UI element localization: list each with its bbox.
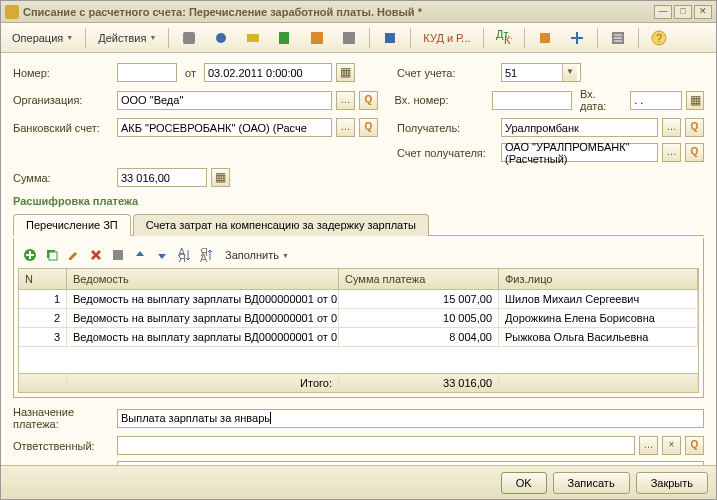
sort-desc-button[interactable]: ЯA xyxy=(196,245,216,265)
recipient-label: Получатель: xyxy=(397,122,497,134)
sum-calc-button[interactable]: ▦ xyxy=(211,168,230,187)
table-row[interactable]: 3 Ведомость на выплату зарплаты ВД000000… xyxy=(19,328,698,347)
footer: OK Записать Закрыть xyxy=(1,465,716,499)
account-dropdown-icon[interactable]: ▼ xyxy=(562,64,577,81)
responsible-pick-button[interactable]: … xyxy=(639,436,658,455)
content-area: Номер: от 03.02.2011 0:00:00 ▦ Счет учет… xyxy=(1,53,716,465)
org-label: Организация: xyxy=(13,94,113,106)
recipient-acc-label: Счет получателя: xyxy=(397,147,497,159)
text-cursor xyxy=(270,412,271,424)
vh-date-label: Вх. дата: xyxy=(580,88,622,112)
date-field[interactable]: 03.02.2011 0:00:00 xyxy=(204,63,332,82)
col-n[interactable]: N xyxy=(19,269,67,289)
col-vedomost[interactable]: Ведомость xyxy=(67,269,339,289)
svg-rect-0 xyxy=(183,32,195,44)
toolbar-icon-10[interactable] xyxy=(603,26,633,50)
account-field[interactable]: 51▼ xyxy=(501,63,581,82)
purpose-label: Назначение платежа: xyxy=(13,406,113,430)
responsible-clear-button[interactable]: × xyxy=(662,436,681,455)
toolbar-icon-6[interactable] xyxy=(334,26,364,50)
fill-menu[interactable]: Заполнить▼ xyxy=(218,245,296,265)
calendar-button[interactable]: ▦ xyxy=(336,63,355,82)
svg-text:A: A xyxy=(200,252,208,262)
responsible-label: Ответственный: xyxy=(13,440,113,452)
bank-field[interactable]: АКБ "РОСЕВРОБАНК" (ОАО) (Расче xyxy=(117,118,332,137)
move-up-button[interactable] xyxy=(130,245,150,265)
save-button[interactable]: Записать xyxy=(553,472,630,494)
purpose-field[interactable]: Выплата зарплаты за январь xyxy=(117,409,704,428)
payment-grid: N Ведомость Сумма платежа Физ.лицо 1 Вед… xyxy=(18,268,699,393)
operation-menu[interactable]: Операция▼ xyxy=(5,28,80,48)
toolbar-icon-7[interactable] xyxy=(375,26,405,50)
table-row[interactable]: 1 Ведомость на выплату зарплаты ВД000000… xyxy=(19,290,698,309)
recipient-lookup-button[interactable]: Q xyxy=(685,118,704,137)
grid-toolbar: AЯ ЯA Заполнить▼ xyxy=(18,242,699,268)
total-label: Итого: xyxy=(67,374,339,392)
sum-field[interactable]: 33 016,00 xyxy=(117,168,207,187)
bank-pick-button[interactable]: … xyxy=(336,118,355,137)
ok-button[interactable]: OK xyxy=(501,472,547,494)
app-icon xyxy=(5,5,19,19)
close-button[interactable]: Закрыть xyxy=(636,472,708,494)
sum-label: Сумма: xyxy=(13,172,113,184)
recipient-field[interactable]: Уралпромбанк xyxy=(501,118,658,137)
copy-row-button[interactable] xyxy=(42,245,62,265)
minimize-button[interactable]: — xyxy=(654,5,672,19)
dt-kt-button[interactable]: ДтКт xyxy=(489,26,519,50)
grid-icon-5[interactable] xyxy=(108,245,128,265)
window-title: Списание с расчетного счета: Перечислени… xyxy=(23,6,654,18)
edit-row-button[interactable] xyxy=(64,245,84,265)
app-window: Списание с расчетного счета: Перечислени… xyxy=(0,0,717,500)
number-field[interactable] xyxy=(117,63,177,82)
svg-rect-2 xyxy=(247,34,259,42)
tab-compensation[interactable]: Счета затрат на компенсацию за задержку … xyxy=(133,214,429,236)
toolbar-icon-3[interactable] xyxy=(238,26,268,50)
recipient-pick-button[interactable]: … xyxy=(662,118,681,137)
col-sum[interactable]: Сумма платежа xyxy=(339,269,499,289)
account-label: Счет учета: xyxy=(397,67,497,79)
toolbar-icon-2[interactable] xyxy=(206,26,236,50)
recipient-acc-lookup-button[interactable]: Q xyxy=(685,143,704,162)
grid-total-row: Итого: 33 016,00 xyxy=(19,373,698,392)
vh-num-field[interactable] xyxy=(492,91,572,110)
title-bar: Списание с расчетного счета: Перечислени… xyxy=(1,1,716,23)
svg-rect-4 xyxy=(311,32,323,44)
kud-button[interactable]: КУД и Р... xyxy=(416,28,477,48)
table-row[interactable]: 2 Ведомость на выплату зарплаты ВД000000… xyxy=(19,309,698,328)
toolbar-icon-9[interactable] xyxy=(562,26,592,50)
vh-calendar-button[interactable]: ▦ xyxy=(686,91,704,110)
org-pick-button[interactable]: … xyxy=(336,91,355,110)
actions-menu[interactable]: Действия▼ xyxy=(91,28,163,48)
toolbar-icon-8[interactable] xyxy=(530,26,560,50)
svg-point-1 xyxy=(216,33,226,43)
section-title: Расшифровка платежа xyxy=(13,195,704,207)
grid-empty-space xyxy=(19,347,698,373)
svg-rect-5 xyxy=(343,32,355,44)
org-lookup-button[interactable]: Q xyxy=(359,91,378,110)
toolbar-icon-1[interactable] xyxy=(174,26,204,50)
sort-asc-button[interactable]: AЯ xyxy=(174,245,194,265)
close-window-button[interactable]: ✕ xyxy=(694,5,712,19)
recipient-acc-field[interactable]: ОАО "УРАЛПРОМБАНК" (Расчетный) xyxy=(501,143,658,162)
svg-rect-3 xyxy=(279,32,289,44)
col-person[interactable]: Физ.лицо xyxy=(499,269,698,289)
toolbar-icon-5[interactable] xyxy=(302,26,332,50)
svg-rect-15 xyxy=(113,250,123,260)
tab-transfer[interactable]: Перечисление ЗП xyxy=(13,214,131,236)
bank-lookup-button[interactable]: Q xyxy=(359,118,378,137)
svg-text:Кт: Кт xyxy=(504,34,512,46)
toolbar-icon-4[interactable] xyxy=(270,26,300,50)
responsible-lookup-button[interactable]: Q xyxy=(685,436,704,455)
total-value: 33 016,00 xyxy=(339,374,499,392)
svg-rect-14 xyxy=(49,252,57,260)
delete-row-button[interactable] xyxy=(86,245,106,265)
recipient-acc-pick-button[interactable]: … xyxy=(662,143,681,162)
help-button[interactable]: ? xyxy=(644,26,674,50)
maximize-button[interactable]: □ xyxy=(674,5,692,19)
add-row-button[interactable] xyxy=(20,245,40,265)
tabs: Перечисление ЗП Счета затрат на компенса… xyxy=(13,213,704,236)
vh-date-field[interactable]: . . xyxy=(630,91,682,110)
move-down-button[interactable] xyxy=(152,245,172,265)
responsible-field[interactable] xyxy=(117,436,635,455)
org-field[interactable]: ООО "Веда" xyxy=(117,91,332,110)
